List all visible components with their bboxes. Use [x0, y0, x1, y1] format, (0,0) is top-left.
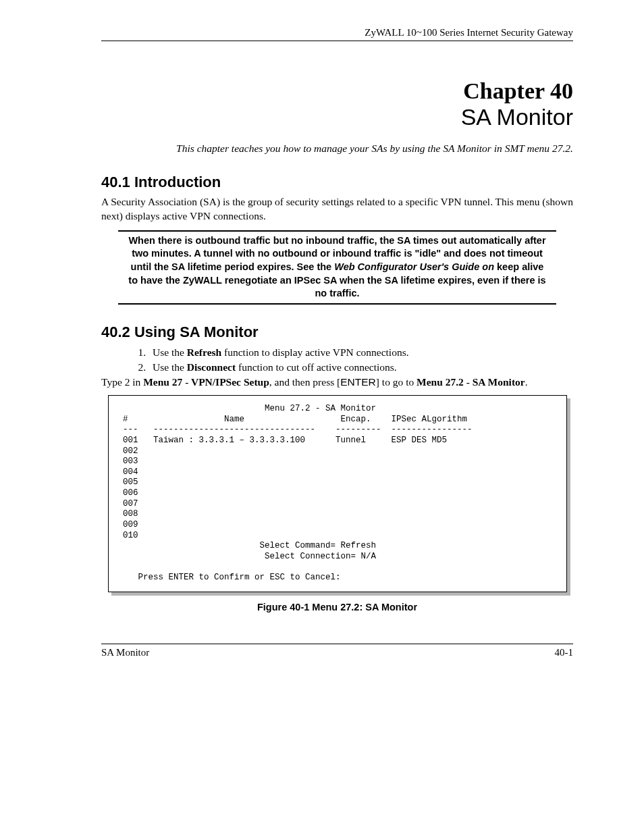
terminal-screen: Menu 27.2 - SA Monitor # Name Encap. IPS… — [108, 395, 567, 592]
chapter-label: Chapter 40 — [101, 78, 573, 104]
section-40-1-body: A Security Association (SA) is the group… — [101, 195, 573, 224]
note-italic: Web Configurator User's Guide on — [334, 261, 494, 272]
footer-right: 40-1 — [555, 647, 574, 658]
step-1: Use the Refresh function to display acti… — [149, 345, 573, 360]
running-header: ZyWALL 10~100 Series Internet Security G… — [101, 27, 573, 41]
page-footer: SA Monitor 40-1 — [101, 644, 573, 658]
chapter-heading-block: Chapter 40 SA Monitor — [101, 78, 573, 130]
footer-left: SA Monitor — [101, 647, 149, 658]
chapter-intro: This chapter teaches you how to manage y… — [101, 142, 573, 155]
figure-caption: Figure 40-1 Menu 27.2: SA Monitor — [101, 602, 573, 613]
step-2: Use the Disconnect function to cut off a… — [149, 360, 573, 375]
section-40-2-heading: 40.2 Using SA Monitor — [101, 323, 573, 341]
chapter-title: SA Monitor — [101, 104, 573, 130]
note-box: When there is outbound traffic but no in… — [118, 230, 556, 305]
steps-list: Use the Refresh function to display acti… — [149, 345, 573, 375]
section-40-1-heading: 40.1 Introduction — [101, 174, 573, 191]
type-instruction: Type 2 in Menu 27 - VPN/IPSec Setup, and… — [101, 376, 573, 388]
terminal-figure: Menu 27.2 - SA Monitor # Name Encap. IPS… — [108, 395, 567, 592]
